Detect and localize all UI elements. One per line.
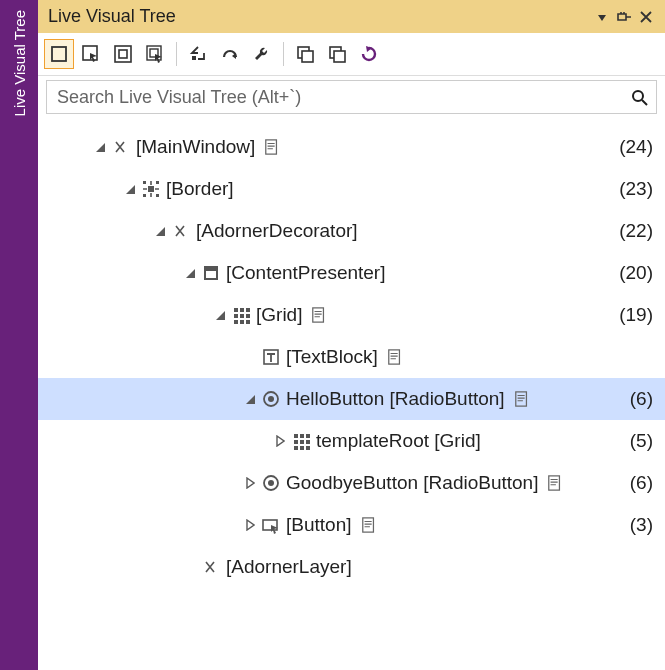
svg-marker-0 xyxy=(598,15,606,21)
tree-row[interactable]: GoodbyeButton [RadioButton](6) xyxy=(38,462,665,504)
svg-marker-10 xyxy=(247,520,254,530)
toolbar-refresh[interactable] xyxy=(354,39,384,69)
search-input[interactable] xyxy=(55,86,628,109)
svg-marker-5 xyxy=(186,269,195,278)
chevron-expanded-icon[interactable] xyxy=(122,184,138,195)
svg-marker-6 xyxy=(216,311,225,320)
view-source-icon[interactable] xyxy=(358,517,380,533)
angle-icon xyxy=(200,558,222,576)
titlebar: Live Visual Tree xyxy=(38,0,665,33)
pin-icon[interactable] xyxy=(613,6,635,28)
angle-icon xyxy=(110,138,132,156)
angle-icon xyxy=(170,222,192,240)
tree-node-label: [Button] xyxy=(286,514,352,536)
toolbar-track-focus[interactable] xyxy=(140,39,170,69)
tree-node-label: GoodbyeButton [RadioButton] xyxy=(286,472,538,494)
tree-row[interactable]: templateRoot [Grid](5) xyxy=(38,420,665,462)
border-icon xyxy=(140,180,162,198)
toolbar-separator xyxy=(176,42,177,66)
search-bar xyxy=(46,80,657,114)
chevron-expanded-icon[interactable] xyxy=(92,142,108,153)
view-source-icon[interactable] xyxy=(308,307,330,323)
chevron-collapsed-icon[interactable] xyxy=(242,477,258,489)
svg-marker-7 xyxy=(246,395,255,404)
tree-node-label: [TextBlock] xyxy=(286,346,378,368)
side-tab-label: Live Visual Tree xyxy=(11,10,28,116)
toolbar-cascade-b[interactable] xyxy=(322,39,352,69)
window-position-icon[interactable] xyxy=(591,6,613,28)
tree-row[interactable]: [AdornerLayer] xyxy=(38,546,665,588)
toolbar-layout-adorners[interactable] xyxy=(108,39,138,69)
grid-icon xyxy=(290,432,312,450)
toolbar-cascade-a[interactable] xyxy=(290,39,320,69)
button-icon xyxy=(260,516,282,534)
grid-icon xyxy=(230,306,252,324)
descendant-count: (24) xyxy=(619,136,653,158)
chevron-expanded-icon[interactable] xyxy=(152,226,168,237)
chevron-expanded-icon[interactable] xyxy=(182,268,198,279)
tree-row[interactable]: [AdornerDecorator](22) xyxy=(38,210,665,252)
toolbar-wrench[interactable] xyxy=(247,39,277,69)
close-icon[interactable] xyxy=(635,6,657,28)
tree-row[interactable]: [Button](3) xyxy=(38,504,665,546)
view-source-icon[interactable] xyxy=(544,475,566,491)
tree-node-label: [ContentPresenter] xyxy=(226,262,385,284)
tree-node-label: HelloButton [RadioButton] xyxy=(286,388,505,410)
descendant-count: (19) xyxy=(619,304,653,326)
descendant-count: (20) xyxy=(619,262,653,284)
svg-marker-8 xyxy=(277,436,284,446)
search-icon[interactable] xyxy=(628,89,650,106)
chevron-expanded-icon[interactable] xyxy=(242,394,258,405)
tree-node-label: [MainWindow] xyxy=(136,136,255,158)
toolbar-show-in-app[interactable] xyxy=(44,39,74,69)
svg-marker-4 xyxy=(156,227,165,236)
tree-node-label: [Border] xyxy=(166,178,234,200)
descendant-count: (23) xyxy=(619,178,653,200)
radio-icon xyxy=(260,474,282,492)
tree: [MainWindow](24)[Border](23)[AdornerDeco… xyxy=(38,122,665,670)
tree-row[interactable]: [ContentPresenter](20) xyxy=(38,252,665,294)
chevron-collapsed-icon[interactable] xyxy=(272,435,288,447)
panel-title: Live Visual Tree xyxy=(48,6,591,27)
tree-node-label: templateRoot [Grid] xyxy=(316,430,481,452)
tree-row[interactable]: [Grid](19) xyxy=(38,294,665,336)
tree-node-label: [AdornerLayer] xyxy=(226,556,352,578)
toolbar-collapse[interactable] xyxy=(183,39,213,69)
tree-node-label: [AdornerDecorator] xyxy=(196,220,358,242)
toolbar-separator xyxy=(283,42,284,66)
toolbar-enable-selection[interactable] xyxy=(76,39,106,69)
descendant-count: (22) xyxy=(619,220,653,242)
view-source-icon[interactable] xyxy=(261,139,283,155)
view-source-icon[interactable] xyxy=(511,391,533,407)
svg-marker-9 xyxy=(247,478,254,488)
descendant-count: (3) xyxy=(630,514,653,536)
view-source-icon[interactable] xyxy=(384,349,406,365)
descendant-count: (5) xyxy=(630,430,653,452)
text-icon xyxy=(260,348,282,366)
descendant-count: (6) xyxy=(630,388,653,410)
panel-live-visual-tree: Live Visual Tree [MainWindow](24)[Border… xyxy=(38,0,665,670)
radio-icon xyxy=(260,390,282,408)
tree-row[interactable]: [TextBlock] xyxy=(38,336,665,378)
tree-row[interactable]: [Border](23) xyxy=(38,168,665,210)
toolbar xyxy=(38,33,665,76)
chevron-expanded-icon[interactable] xyxy=(212,310,228,321)
tree-node-label: [Grid] xyxy=(256,304,302,326)
svg-marker-3 xyxy=(126,185,135,194)
tree-row[interactable]: [MainWindow](24) xyxy=(38,126,665,168)
content-icon xyxy=(200,264,222,282)
svg-point-1 xyxy=(633,91,643,101)
toolbar-undo[interactable] xyxy=(215,39,245,69)
tree-row[interactable]: HelloButton [RadioButton](6) xyxy=(38,378,665,420)
side-tab-live-visual-tree[interactable]: Live Visual Tree xyxy=(0,0,38,670)
chevron-collapsed-icon[interactable] xyxy=(242,519,258,531)
svg-marker-2 xyxy=(96,143,105,152)
descendant-count: (6) xyxy=(630,472,653,494)
